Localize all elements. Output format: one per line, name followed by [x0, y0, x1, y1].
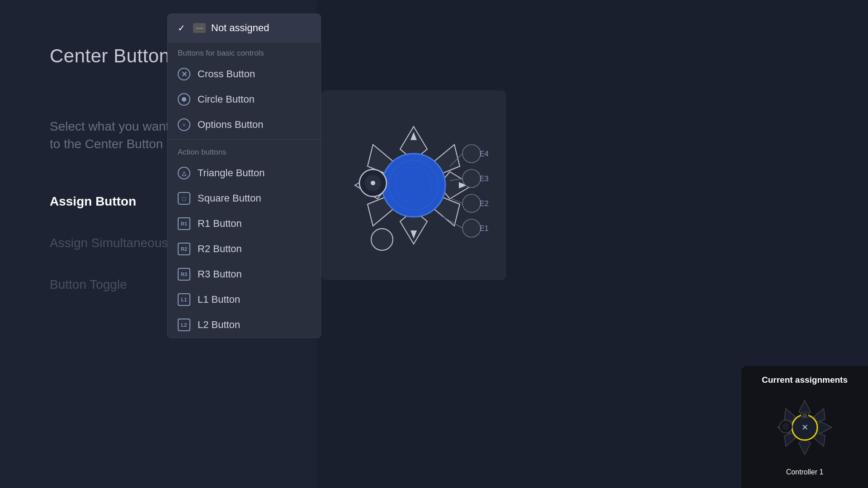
r3-button-icon: R3: [178, 268, 190, 281]
dropdown-item-square[interactable]: □ Square Button: [168, 186, 321, 211]
svg-point-26: [782, 423, 789, 430]
svg-point-11: [462, 145, 481, 163]
dropdown-divider: [168, 139, 321, 140]
assignments-panel: Current assignments ✕ Controll: [741, 366, 868, 488]
r1-button-icon: R1: [178, 217, 190, 230]
square-button-label: Square Button: [198, 192, 261, 204]
r2-button-label: R2 Button: [198, 243, 242, 255]
r1-button-label: R1 Button: [198, 218, 242, 230]
controller-svg: E4 E3 E2 E1: [328, 99, 500, 271]
dropdown-item-cross[interactable]: ✕ Cross Button: [168, 61, 321, 87]
l1-button-label: L1 Button: [198, 294, 240, 305]
circle-button-icon: [178, 93, 190, 106]
dropdown-item-r3[interactable]: R3 R3 Button: [168, 262, 321, 287]
dropdown-item-r1[interactable]: R1 R1 Button: [168, 211, 321, 236]
svg-text:E3: E3: [480, 175, 489, 183]
svg-text:E2: E2: [480, 200, 489, 207]
section-label-action: Action buttons: [168, 141, 321, 160]
assignments-title: Current assignments: [762, 375, 848, 385]
dash-icon: —: [193, 23, 206, 33]
svg-text:E1: E1: [480, 225, 489, 232]
svg-point-13: [462, 169, 481, 188]
l2-button-icon: L2: [178, 319, 190, 331]
svg-point-17: [462, 219, 481, 237]
dropdown-item-circle[interactable]: Circle Button: [168, 87, 321, 112]
dropdown-selected-text: Not assigned: [211, 22, 269, 34]
svg-point-7: [371, 229, 393, 250]
r3-button-label: R3 Button: [198, 268, 242, 280]
svg-text:E4: E4: [480, 150, 489, 158]
assignment-dropdown: ✓ — Not assigned Buttons for basic contr…: [167, 14, 321, 338]
dropdown-item-l2[interactable]: L2 L2 Button: [168, 312, 321, 338]
cross-button-icon: ✕: [178, 68, 190, 80]
dropdown-selected-item[interactable]: ✓ — Not assigned: [168, 14, 321, 42]
dropdown-item-triangle[interactable]: △ Triangle Button: [168, 160, 321, 186]
triangle-button-label: Triangle Button: [198, 167, 264, 179]
options-button-icon: ≡: [178, 118, 190, 131]
check-icon: ✓: [178, 23, 188, 33]
dropdown-item-options[interactable]: ≡ Options Button: [168, 112, 321, 137]
dropdown-item-r2[interactable]: R2 R2 Button: [168, 236, 321, 262]
cross-button-label: Cross Button: [198, 68, 255, 80]
page-title: Center Button: [50, 45, 170, 67]
options-button-label: Options Button: [198, 119, 264, 131]
assignments-controller-visual: ✕: [769, 391, 841, 464]
controller-panel: E4 E3 E2 E1: [321, 90, 506, 280]
square-button-icon: □: [178, 192, 190, 205]
svg-point-15: [462, 194, 481, 212]
svg-point-10: [371, 181, 375, 185]
svg-text:✕: ✕: [802, 423, 808, 432]
l1-button-icon: L1: [178, 293, 190, 306]
controller-label: Controller 1: [786, 468, 824, 476]
section-label-basic: Buttons for basic controls: [168, 42, 321, 61]
dropdown-item-l1[interactable]: L1 L1 Button: [168, 287, 321, 312]
circle-button-label: Circle Button: [198, 94, 255, 105]
r2-button-icon: R2: [178, 243, 190, 255]
triangle-button-icon: △: [178, 167, 190, 179]
svg-point-0: [382, 154, 445, 217]
l2-button-label: L2 Button: [198, 319, 240, 331]
